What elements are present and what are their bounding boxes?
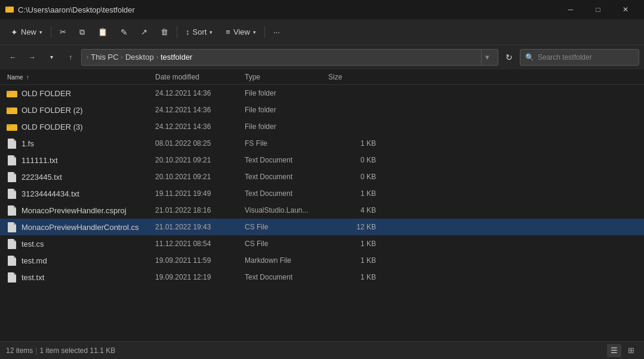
close-button[interactable]: ✕ — [612, 0, 639, 19]
table-row[interactable]: OLD FOLDER (3) 24.12.2021 14:36 File fol… — [0, 118, 644, 135]
file-date: 24.12.2021 14:36 — [155, 106, 245, 114]
file-name: OLD FOLDER (2) — [21, 106, 155, 115]
table-row[interactable]: 1.fs 08.01.2022 08:25 FS File 1 KB — [0, 135, 644, 152]
new-icon: ✦ — [11, 27, 18, 37]
column-date[interactable]: Date modified — [155, 73, 245, 81]
maximize-button[interactable]: □ — [584, 0, 612, 19]
view-button[interactable]: ≡ View ▾ — [220, 22, 262, 42]
file-date: 20.10.2021 09:21 — [155, 173, 245, 181]
file-name: 31234444434.txt — [21, 189, 155, 198]
file-name: MonacoPreviewHandler.csproj — [21, 206, 155, 215]
file-size: 1 KB — [328, 240, 376, 248]
column-type[interactable]: Type — [245, 73, 328, 81]
svg-rect-24 — [14, 225, 16, 232]
table-row[interactable]: test.cs 11.12.2021 08:54 CS File 1 KB — [0, 235, 644, 252]
svg-marker-13 — [14, 155, 16, 158]
table-row[interactable]: OLD FOLDER 24.12.2021 14:36 File folder — [0, 85, 644, 102]
delete-icon: 🗑 — [161, 27, 168, 36]
file-date: 21.01.2022 19:43 — [155, 223, 245, 231]
file-date: 11.12.2021 08:54 — [155, 240, 245, 248]
svg-rect-5 — [7, 108, 11, 110]
svg-marker-31 — [14, 256, 16, 258]
svg-marker-25 — [14, 222, 16, 225]
rename-button[interactable]: ✎ — [115, 22, 134, 42]
cut-button[interactable]: ✂ — [54, 22, 72, 42]
breadcrumb-arrow-start: › — [87, 54, 88, 60]
status-right: ☰ ⊞ — [607, 344, 638, 357]
toolbar-sep-2 — [177, 26, 177, 38]
list-view-toggle[interactable]: ☰ — [607, 344, 621, 357]
svg-rect-15 — [14, 174, 16, 182]
column-name[interactable]: Name ↑ — [6, 73, 155, 81]
file-date: 08.01.2022 08:25 — [155, 139, 245, 148]
search-box[interactable]: 🔍 Search testfolder — [520, 49, 639, 66]
cut-icon: ✂ — [60, 27, 66, 36]
paste-button[interactable]: 📋 — [92, 22, 113, 42]
sort-icon: ↕ — [186, 27, 190, 36]
delete-button[interactable]: 🗑 — [155, 22, 174, 42]
svg-rect-7 — [7, 124, 11, 127]
breadcrumb-bar[interactable]: › This PC › Desktop › testfolder ▾ — [81, 49, 498, 66]
list-view-icon: ☰ — [611, 346, 618, 355]
file-name: OLD FOLDER (3) — [21, 122, 155, 131]
file-type: CS File — [245, 223, 328, 231]
svg-rect-14 — [8, 172, 14, 182]
file-name: 1.fs — [21, 139, 155, 148]
sort-chevron-icon: ▾ — [209, 29, 212, 35]
file-date: 20.10.2021 09:21 — [155, 156, 245, 164]
new-button[interactable]: ✦ New ▾ — [5, 22, 48, 42]
toolbar-sep-3 — [264, 26, 265, 38]
svg-rect-30 — [14, 258, 16, 266]
forward-button[interactable]: → — [24, 49, 41, 66]
svg-marker-10 — [14, 139, 16, 141]
svg-rect-33 — [14, 275, 16, 283]
grid-view-icon: ⊞ — [628, 346, 634, 355]
table-row[interactable]: 31234444434.txt 19.11.2021 19:49 Text Do… — [0, 185, 644, 202]
table-row[interactable]: 2223445.txt 20.10.2021 09:21 Text Docume… — [0, 168, 644, 185]
status-sep-1: | — [35, 346, 37, 355]
column-size[interactable]: Size — [328, 73, 376, 81]
table-row[interactable]: test.md 19.09.2021 11:59 Markdown File 1… — [0, 252, 644, 269]
toolbar: ✦ New ▾ ✂ ⧉ 📋 ✎ ↗ 🗑 ↕ Sort ▾ ≡ View ▾ ··… — [0, 19, 644, 45]
file-icon — [6, 271, 18, 283]
file-type: Text Document — [245, 273, 328, 281]
address-bar: ← → ▾ ↑ › This PC › Desktop › testfolder… — [0, 45, 644, 69]
breadcrumb-dropdown-button[interactable]: ▾ — [481, 49, 493, 66]
file-date: 19.09.2021 12:19 — [155, 273, 245, 281]
recent-button[interactable]: ▾ — [43, 49, 60, 66]
breadcrumb-testfolder: testfolder — [161, 53, 192, 62]
file-date: 21.01.2022 18:16 — [155, 206, 245, 214]
file-size: 1 KB — [328, 139, 376, 148]
svg-rect-9 — [14, 141, 16, 149]
grid-view-toggle[interactable]: ⊞ — [624, 344, 638, 357]
refresh-button[interactable]: ↻ — [501, 49, 517, 66]
file-size: 0 KB — [328, 156, 376, 164]
file-icon — [6, 188, 18, 200]
svg-rect-29 — [8, 256, 14, 266]
file-type: Text Document — [245, 156, 328, 164]
more-button[interactable]: ··· — [267, 22, 286, 42]
share-button[interactable]: ↗ — [135, 22, 153, 42]
file-rows-container: OLD FOLDER 24.12.2021 14:36 File folder … — [0, 85, 644, 286]
file-name: test.md — [21, 256, 155, 265]
copy-button[interactable]: ⧉ — [73, 22, 91, 42]
title-bar-controls: ─ □ ✕ — [557, 0, 639, 19]
svg-rect-27 — [14, 241, 16, 249]
status-bar: 12 items | 1 item selected 11.1 KB ☰ ⊞ — [0, 341, 644, 359]
search-icon: 🔍 — [525, 53, 534, 62]
up-button[interactable]: ↑ — [62, 49, 79, 66]
new-chevron-icon: ▾ — [39, 29, 42, 35]
table-row[interactable]: MonacoPreviewHandler.csproj 21.01.2022 1… — [0, 202, 644, 219]
svg-rect-3 — [7, 91, 11, 93]
svg-marker-16 — [14, 172, 16, 174]
table-row[interactable]: 111111.txt 20.10.2021 09:21 Text Documen… — [0, 152, 644, 168]
folder-icon — [6, 121, 18, 133]
selected-info: 1 item selected 11.1 KB — [39, 346, 115, 355]
table-row[interactable]: test.txt 19.09.2021 12:19 Text Document … — [0, 269, 644, 286]
back-button[interactable]: ← — [5, 49, 21, 66]
sort-button[interactable]: ↕ Sort ▾ — [180, 22, 218, 42]
table-row[interactable]: MonacoPreviewHandlerControl.cs 21.01.202… — [0, 219, 644, 235]
minimize-button[interactable]: ─ — [557, 0, 584, 19]
svg-rect-1 — [5, 7, 9, 8]
table-row[interactable]: OLD FOLDER (2) 24.12.2021 14:36 File fol… — [0, 102, 644, 118]
